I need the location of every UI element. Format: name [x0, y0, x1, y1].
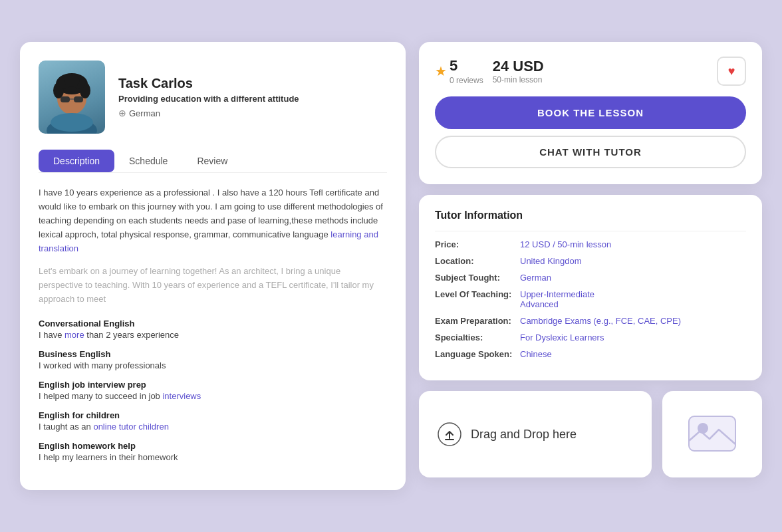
- info-value: Upper-IntermediateAdvanced: [520, 289, 594, 309]
- skill-homework: English homework help I help my learners…: [39, 441, 387, 462]
- skill-title: Conversational English: [39, 319, 387, 329]
- svg-rect-14: [689, 416, 735, 451]
- info-value: 12 USD / 50-min lesson: [520, 239, 611, 249]
- skill-children: English for children I taught as an onli…: [39, 410, 387, 432]
- info-row-location: Location: United Kingdom: [435, 256, 746, 266]
- left-card: Task Carlos Providing education with a d…: [20, 42, 406, 489]
- description-faded: Let's embark on a journey of learning to…: [39, 265, 387, 306]
- avatar: [39, 61, 105, 134]
- info-row-price: Price: 12 USD / 50-min lesson: [435, 239, 746, 249]
- info-label: Subject Tought:: [435, 273, 515, 283]
- rating: ★ 5 0 reviews: [435, 57, 483, 85]
- info-label: Location:: [435, 256, 515, 266]
- skill-desc: I have more than 2 years experience: [39, 330, 387, 340]
- tutor-info-card: Tutor Information Price: 12 USD / 50-min…: [419, 195, 762, 380]
- svg-point-12: [51, 113, 93, 132]
- skill-interview: English job interview prep I helped many…: [39, 380, 387, 401]
- info-card-title: Tutor Information: [435, 209, 746, 221]
- info-row-level: Level Of Teaching: Upper-IntermediateAdv…: [435, 289, 746, 309]
- skill-title: English job interview prep: [39, 380, 387, 390]
- price-per: 50-min lesson: [493, 75, 544, 84]
- chat-tutor-button[interactable]: CHAT WITH TUTOR: [435, 136, 746, 168]
- skill-conversational: Conversational English I have more than …: [39, 319, 387, 340]
- pricing-card: ★ 5 0 reviews 24 USD 50-min lesson ♥ BO: [419, 42, 762, 184]
- info-label: Specialties:: [435, 332, 515, 342]
- tab-schedule[interactable]: Schedule: [114, 150, 182, 172]
- drag-drop-text: Drag and Drop here: [471, 428, 577, 442]
- image-placeholder-icon: [686, 411, 739, 458]
- skill-title: English for children: [39, 410, 387, 420]
- image-placeholder-card: [662, 391, 762, 477]
- favorite-button[interactable]: ♥: [717, 57, 746, 86]
- description-text: I have 10 years experience as a professi…: [39, 186, 387, 255]
- bottom-row: Drag and Drop here: [419, 391, 762, 477]
- price-left: ★ 5 0 reviews 24 USD 50-min lesson: [435, 57, 544, 85]
- pricing-top: ★ 5 0 reviews 24 USD 50-min lesson ♥: [435, 57, 746, 86]
- tutor-location: ⊕ German: [118, 108, 299, 118]
- reviews-count: 0 reviews: [450, 76, 483, 85]
- info-value: Chinese: [520, 349, 552, 359]
- rating-number: 5: [450, 57, 483, 74]
- skill-desc: I helped many to succeed in job intervie…: [39, 391, 387, 401]
- svg-rect-10: [74, 96, 83, 102]
- upload-icon: [438, 422, 461, 446]
- info-row-specialties: Specialties: For Dyslexic Learners: [435, 332, 746, 342]
- skill-title: English homework help: [39, 441, 387, 451]
- info-row-subject: Subject Tought: German: [435, 273, 746, 283]
- svg-point-8: [64, 75, 80, 87]
- location-icon: ⊕: [118, 108, 126, 118]
- price-amount: 24 USD: [493, 58, 544, 75]
- skill-desc: I taught as an online tutor children: [39, 422, 387, 432]
- tabs: Description Schedule Review: [39, 150, 387, 173]
- skill-title: Business English: [39, 349, 387, 359]
- tutor-info: Task Carlos Providing education with a d…: [118, 76, 299, 118]
- info-divider: [435, 231, 746, 231]
- skill-desc: I worked with many professionals: [39, 360, 387, 370]
- tab-description[interactable]: Description: [39, 150, 114, 172]
- info-value: For Dyslexic Learners: [520, 332, 604, 342]
- drag-drop-card[interactable]: Drag and Drop here: [419, 391, 652, 477]
- info-row-exam: Exam Preparation: Cambridge Exams (e.g.,…: [435, 316, 746, 326]
- svg-rect-9: [61, 96, 70, 102]
- tab-review[interactable]: Review: [182, 150, 242, 172]
- info-row-language: Language Spoken: Chinese: [435, 349, 746, 359]
- info-value: United Kingdom: [520, 256, 582, 266]
- page-wrapper: Task Carlos Providing education with a d…: [20, 42, 762, 489]
- skill-desc: I help my learners in their homework: [39, 452, 387, 462]
- star-icon: ★: [435, 63, 447, 79]
- info-label: Language Spoken:: [435, 349, 515, 359]
- info-label: Level Of Teaching:: [435, 289, 515, 309]
- skill-business: Business English I worked with many prof…: [39, 349, 387, 370]
- book-lesson-button[interactable]: BOOK THE LESSON: [435, 96, 746, 129]
- info-label: Price:: [435, 239, 515, 249]
- info-value: German: [520, 273, 551, 283]
- tutor-subtitle: Providing education with a different att…: [118, 94, 299, 104]
- info-value: Cambridge Exams (e.g., FCE, CAE, CPE): [520, 316, 681, 326]
- right-col: ★ 5 0 reviews 24 USD 50-min lesson ♥ BO: [419, 42, 762, 477]
- info-label: Exam Preparation:: [435, 316, 515, 326]
- heart-icon: ♥: [728, 65, 735, 78]
- tutor-header: Task Carlos Providing education with a d…: [39, 61, 387, 134]
- price-block: 24 USD 50-min lesson: [493, 58, 544, 84]
- upload-icon-wrap: [438, 422, 461, 446]
- tutor-name: Task Carlos: [118, 76, 299, 91]
